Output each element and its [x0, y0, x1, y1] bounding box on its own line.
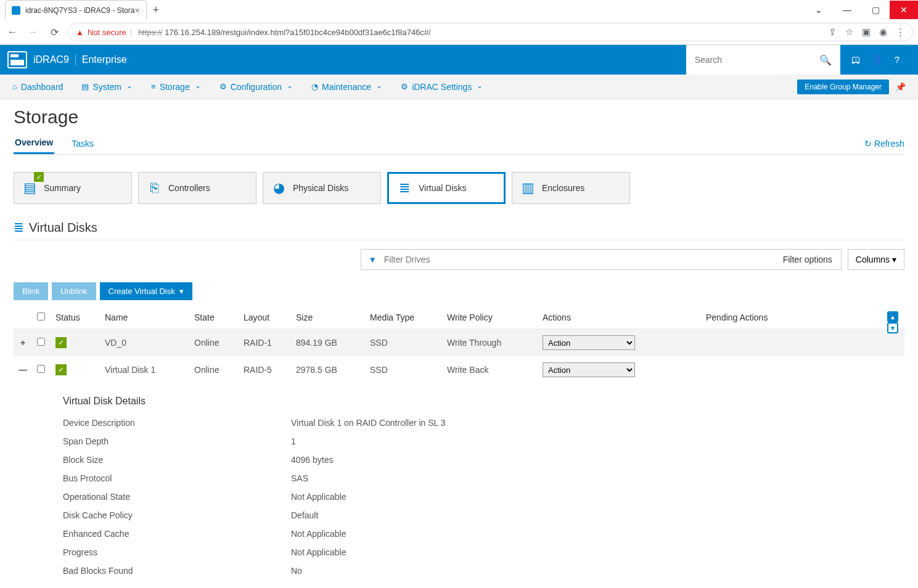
nav-maintenance[interactable]: ◔Maintenance [311, 82, 382, 92]
minimize-button[interactable]: — [833, 1, 861, 19]
col-state[interactable]: State [189, 306, 239, 329]
tab-close-icon[interactable]: × [134, 6, 139, 15]
action-select[interactable]: Action [543, 362, 635, 377]
search-input[interactable] [695, 55, 819, 65]
col-media[interactable]: Media Type [365, 306, 442, 329]
action-select[interactable]: Action [543, 335, 635, 350]
nav-idrac-settings[interactable]: ⚙iDRAC Settings [401, 82, 483, 92]
url-field[interactable]: ▲ Not secure | https://176.16.254.189/re… [68, 23, 913, 41]
bookmark-icon[interactable]: ☆ [845, 27, 853, 38]
expand-toggle[interactable]: + [14, 329, 32, 357]
controller-icon: ⎘ [146, 180, 162, 196]
tab-tasks[interactable]: Tasks [70, 134, 95, 153]
details-label: Bad Blocks Found [63, 566, 291, 576]
details-label: Bus Protocol [63, 473, 291, 483]
columns-button[interactable]: Columns ▾ [848, 249, 904, 270]
tab-title: idrac-8NQ7YS3 - iDRAC9 - Stora [25, 6, 134, 15]
tile-physical-disks[interactable]: ◕ Physical Disks [263, 172, 381, 204]
unblink-button[interactable]: Unblink [52, 282, 96, 300]
filter-input[interactable] [384, 255, 774, 264]
nav-system[interactable]: ▤System [81, 82, 133, 92]
close-window-button[interactable]: ✕ [890, 1, 918, 19]
col-status[interactable]: Status [51, 306, 100, 329]
reload-button[interactable]: ⟳ [47, 27, 62, 38]
page-content: Storage Overview Tasks ↻Refresh ▤ ✓ Summ… [0, 99, 918, 588]
user-icon[interactable]: 👤 [872, 54, 883, 65]
share-icon[interactable]: ⇪ [829, 27, 837, 38]
browser-tab[interactable]: idrac-8NQ7YS3 - iDRAC9 - Stora × [5, 0, 147, 20]
table-wrap: ▲ ▼ Status Name State Layout Size Media … [14, 306, 904, 383]
cell-write: Write Back [442, 356, 538, 383]
category-tiles: ▤ ✓ Summary ⎘ Controllers ◕ Physical Dis… [14, 172, 904, 204]
expand-toggle[interactable]: — [14, 356, 32, 383]
details-value: Default [291, 510, 904, 520]
section-header: ≣ Virtual Disks [14, 220, 904, 240]
cell-media: SSD [365, 329, 442, 357]
tile-virtual-disks[interactable]: ≣ Virtual Disks [387, 172, 506, 204]
filter-icon[interactable]: ▼ [361, 255, 384, 264]
new-tab-button[interactable]: + [153, 4, 160, 17]
maximize-button[interactable]: ▢ [861, 1, 890, 19]
idrac-header: iDRAC9 Enterprise 🔍 🕮 👤 ? [0, 45, 918, 75]
tile-controllers[interactable]: ⎘ Controllers [138, 172, 256, 204]
enclosure-icon: ▥ [520, 180, 536, 196]
create-virtual-disk-button[interactable]: Create Virtual Disk ▾ [100, 282, 192, 300]
cell-layout: RAID-1 [239, 329, 291, 357]
tile-summary[interactable]: ▤ ✓ Summary [14, 172, 132, 204]
disk-icon: ≣ [14, 220, 24, 235]
sort-up-icon[interactable]: ▲ [887, 311, 898, 322]
col-pending[interactable]: Pending Actions [701, 306, 904, 329]
filter-box: ▼ Filter options [361, 249, 842, 270]
virtual-disk-icon: ≣ [396, 180, 412, 196]
search-icon[interactable]: 🔍 [819, 54, 832, 66]
col-write[interactable]: Write Policy [442, 306, 538, 329]
dropdown-icon[interactable]: ⌄ [805, 1, 833, 19]
details-row: Bad Blocks FoundNo [63, 566, 904, 576]
details-label: Device Description [63, 418, 291, 428]
cell-pending [701, 356, 904, 383]
col-layout[interactable]: Layout [239, 306, 291, 329]
header-search[interactable]: 🔍 [686, 45, 840, 75]
tab-overview[interactable]: Overview [14, 133, 54, 154]
summary-icon: ▤ [22, 180, 38, 196]
row-checkbox[interactable] [37, 365, 45, 373]
blink-button[interactable]: Blink [14, 282, 48, 300]
window-controls: ⌄ — ▢ ✕ [805, 1, 918, 19]
idrac-logo-icon [7, 51, 27, 68]
panel-icon[interactable]: ▣ [862, 27, 871, 38]
warning-icon: ▲ [76, 28, 84, 37]
col-size[interactable]: Size [291, 306, 365, 329]
cell-size: 2978.5 GB [291, 356, 365, 383]
details-label: Block Size [63, 455, 291, 465]
tile-enclosures[interactable]: ▥ Enclosures [512, 172, 630, 204]
cell-layout: RAID-5 [239, 356, 291, 383]
nav-configuration[interactable]: ⚙Configuration [219, 82, 293, 92]
help-icon[interactable]: ? [895, 54, 900, 65]
product-name: iDRAC9 [33, 54, 69, 65]
select-all-checkbox[interactable] [37, 312, 45, 321]
details-value: No [291, 566, 904, 576]
action-buttons: Blink Unblink Create Virtual Disk ▾ [14, 282, 904, 300]
enable-group-manager-button[interactable]: Enable Group Manager [797, 80, 889, 94]
notifications-icon[interactable]: 🕮 [851, 54, 861, 65]
virtual-disk-details: Virtual Disk Details Device DescriptionV… [14, 383, 904, 576]
row-checkbox[interactable] [37, 338, 45, 346]
gauge-icon: ◔ [311, 82, 318, 91]
url-host: 176.16.254.189 [165, 28, 220, 37]
nav-dashboard[interactable]: ⌂Dashboard [12, 82, 63, 92]
forward-button[interactable]: → [26, 27, 41, 38]
sort-down-icon[interactable]: ▼ [887, 322, 898, 333]
not-secure-label: Not secure [88, 28, 126, 37]
back-button[interactable]: ← [5, 27, 20, 38]
col-actions[interactable]: Actions [538, 306, 701, 329]
pin-icon[interactable]: 📌 [895, 82, 906, 92]
menu-icon[interactable]: ⋮ [896, 27, 905, 38]
details-row: Device DescriptionVirtual Disk 1 on RAID… [63, 418, 904, 428]
profile-icon[interactable]: ◉ [879, 27, 887, 38]
filter-row: ▼ Filter options Columns ▾ [14, 249, 904, 270]
nav-storage[interactable]: ≡Storage [151, 82, 201, 92]
filter-options-button[interactable]: Filter options [774, 255, 841, 264]
col-name[interactable]: Name [100, 306, 189, 329]
product-edition: Enterprise [75, 54, 127, 65]
refresh-button[interactable]: ↻Refresh [864, 139, 904, 149]
